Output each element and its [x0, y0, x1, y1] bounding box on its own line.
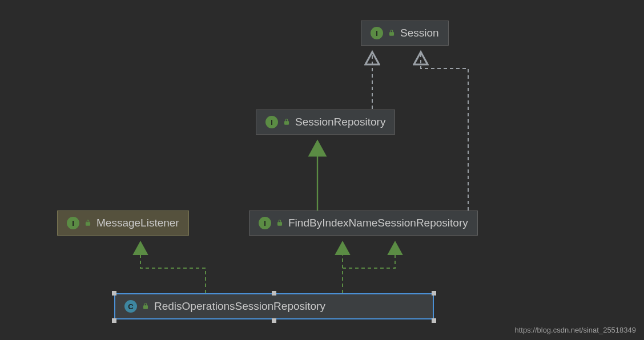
- selection-handle[interactable]: [272, 318, 276, 323]
- edges-layer: SessionRepository (solid green filled tr…: [0, 0, 644, 340]
- selection-handle[interactable]: [432, 318, 436, 323]
- interface-icon: I: [67, 217, 79, 229]
- watermark: https://blog.csdn.net/sinat_25518349: [515, 326, 637, 334]
- interface-icon: I: [371, 27, 383, 39]
- node-message-listener[interactable]: I MessageListener: [57, 211, 189, 236]
- lock-icon: [388, 29, 396, 37]
- lock-icon: [283, 118, 291, 126]
- node-label: FindByIndexNameSessionRepository: [288, 217, 468, 229]
- node-redis-operations[interactable]: C RedisOperationsSessionRepository: [114, 293, 434, 319]
- node-label: Session: [400, 27, 439, 39]
- diagram-canvas: SessionRepository (solid green filled tr…: [0, 0, 644, 340]
- node-find-by-index[interactable]: I FindByIndexNameSessionRepository: [249, 211, 478, 236]
- node-label: SessionRepository: [295, 116, 385, 128]
- lock-icon: [276, 219, 284, 227]
- node-label: MessageListener: [96, 217, 179, 229]
- node-session-repository[interactable]: I SessionRepository: [256, 110, 395, 135]
- selection-handle[interactable]: [112, 318, 116, 323]
- selection-handle[interactable]: [272, 291, 276, 296]
- selection-handle[interactable]: [112, 291, 116, 296]
- node-label: RedisOperationsSessionRepository: [154, 300, 325, 313]
- interface-icon: I: [265, 116, 278, 128]
- class-icon: C: [124, 300, 137, 313]
- lock-icon: [142, 302, 150, 310]
- lock-icon: [84, 219, 92, 227]
- node-session[interactable]: I Session: [361, 21, 449, 46]
- selection-handle[interactable]: [432, 291, 436, 296]
- interface-icon: I: [259, 217, 271, 229]
